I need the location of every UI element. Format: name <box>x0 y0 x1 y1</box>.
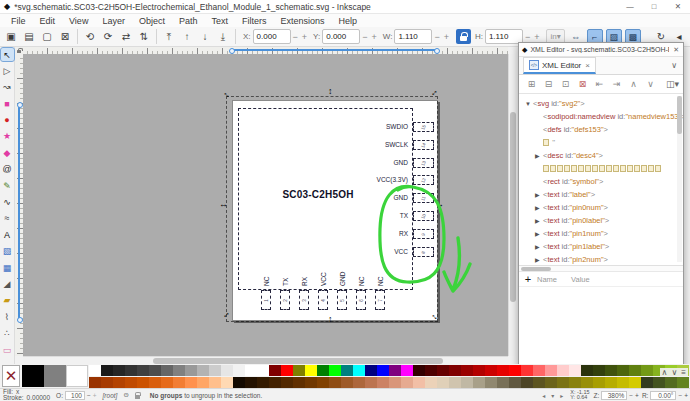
palette-swatch[interactable] <box>269 365 281 376</box>
palette-swatch[interactable] <box>353 377 365 388</box>
text-node-icon[interactable] <box>627 165 633 172</box>
palette-swatch[interactable] <box>305 365 317 376</box>
layer-visibility-icon[interactable]: ⊙ <box>123 391 128 399</box>
maximize-button[interactable]: □ <box>642 0 666 14</box>
layer-lock-icon[interactable] <box>135 392 140 399</box>
pin-stub-bottom[interactable]: 1 <box>261 290 271 310</box>
spiral-tool-icon[interactable]: @ <box>1 163 14 176</box>
add-attribute-button[interactable]: + <box>519 273 537 285</box>
text-node-icon[interactable] <box>648 165 654 172</box>
palette-swatch[interactable] <box>281 365 293 376</box>
canvas[interactable]: SC03-C2H5OH 15SWDIO14SWCLK13GND12VCC(3.3… <box>23 54 508 356</box>
calligraphy-tool-icon[interactable]: ≈ <box>1 212 14 225</box>
xml-panel-titlebar[interactable]: ◆ XML Editor - svg.schematic.SC03-C2H5OH… <box>519 43 683 57</box>
y-spin-minus-icon[interactable]: − <box>360 32 369 42</box>
palette-swatch[interactable] <box>593 365 605 376</box>
pen-tool-icon[interactable]: ∿ <box>1 196 14 209</box>
palette-swatch[interactable] <box>449 365 461 376</box>
palette-swatch[interactable] <box>437 365 449 376</box>
palette-swatch[interactable] <box>365 365 377 376</box>
w-spin-plus-icon[interactable]: + <box>442 32 451 42</box>
close-button[interactable]: ✕ <box>666 0 690 14</box>
palette-swatch[interactable] <box>425 377 437 388</box>
palette-scroll-right-icon[interactable]: ▸ <box>557 393 566 399</box>
select-all-layers-button[interactable]: ▤ <box>20 28 38 45</box>
xml-panel-close-icon[interactable]: ✕ <box>669 46 683 54</box>
palette-swatch[interactable] <box>545 365 557 376</box>
xml-tree-row[interactable]: <defs id:"defs153"> <box>525 123 673 136</box>
palette-swatch[interactable] <box>329 365 341 376</box>
palette-swatch[interactable] <box>113 365 125 376</box>
gradient-tool-icon[interactable]: ▧ <box>1 245 14 258</box>
text-node-icon[interactable] <box>550 165 556 172</box>
rectangle-tool-icon[interactable]: ■ <box>1 97 14 110</box>
indent-node-button[interactable]: ⇥ <box>608 77 625 92</box>
menu-help[interactable]: Help <box>331 16 364 26</box>
palette-swatch[interactable] <box>101 365 113 376</box>
xml-tree-row[interactable]: <sodipodi:namedview id:"namedview153"> <box>525 110 673 123</box>
menu-edit[interactable]: Edit <box>33 16 63 26</box>
lower-to-bottom-button[interactable]: ⤓ <box>214 28 232 45</box>
fill-stroke-indicator[interactable]: Fill:x Stroke:0.00000 <box>3 389 50 401</box>
text-tool-icon[interactable]: A <box>1 228 14 241</box>
box3d-tool-icon[interactable]: ◆ <box>1 146 14 159</box>
palette-swatch[interactable] <box>389 365 401 376</box>
rotation-minus-icon[interactable]: − <box>678 392 682 399</box>
palette-swatch[interactable] <box>365 377 377 388</box>
new-element-node-button[interactable]: ⊞ <box>523 77 540 92</box>
star-tool-icon[interactable]: ★ <box>1 130 14 143</box>
palette-swatch[interactable] <box>533 377 545 388</box>
tree-expander-icon[interactable]: ▼ <box>525 98 533 111</box>
palette-swatch[interactable] <box>149 377 161 388</box>
palette-swatch[interactable] <box>185 365 197 376</box>
pin-stub-right[interactable]: 15 <box>413 122 434 132</box>
menu-filters[interactable]: Filters <box>235 16 274 26</box>
palette-swatch[interactable] <box>461 377 473 388</box>
palette-swatch[interactable] <box>677 377 689 388</box>
tree-scrollbar[interactable] <box>677 96 682 262</box>
flip-vertical-button[interactable]: ⇅ <box>135 28 153 45</box>
raise-to-top-button[interactable]: ⤒ <box>160 28 178 45</box>
palette-swatch[interactable] <box>521 365 533 376</box>
node-tool-icon[interactable]: ▷ <box>1 64 14 77</box>
lock-ratio-button[interactable] <box>456 29 471 44</box>
palette-scroll-left-icon[interactable]: ◂ <box>539 393 548 399</box>
palette-swatch[interactable] <box>641 377 653 388</box>
text-node-icon[interactable] <box>564 165 570 172</box>
xml-tree-row[interactable]: ▶<text id:"pin1num"> <box>525 227 673 240</box>
palette-swatch[interactable] <box>137 377 149 388</box>
palette-swatch[interactable] <box>44 365 66 387</box>
spray-tool-icon[interactable]: ∴ <box>1 327 14 340</box>
canvas-horizontal-scrollbar[interactable] <box>23 356 508 364</box>
dropper-tool-icon[interactable]: ◢ <box>1 277 14 290</box>
xml-tree-row[interactable]: " <box>525 136 673 149</box>
palette-swatch[interactable] <box>533 365 545 376</box>
pin-stub-bottom[interactable]: 4 <box>318 290 328 310</box>
duplicate-node-button[interactable]: ⊡ <box>557 77 574 92</box>
palette-swatch[interactable] <box>293 377 305 388</box>
canvas-vertical-scrollbar[interactable] <box>508 54 516 356</box>
y-input[interactable]: 0.000 <box>322 29 360 44</box>
palette-swatch[interactable] <box>89 377 101 388</box>
rotate-cw-button[interactable]: ⟳ <box>99 28 117 45</box>
palette-swatch[interactable] <box>173 365 185 376</box>
palette-swatch[interactable] <box>341 365 353 376</box>
palette-swatch[interactable] <box>245 365 257 376</box>
no-color-swatch[interactable]: ✕ <box>2 365 20 387</box>
vertical-ruler[interactable] <box>15 54 23 356</box>
pin-stub-right[interactable]: 10 <box>413 211 434 221</box>
pin-stub-right[interactable]: 11 <box>413 193 434 203</box>
palette-swatch[interactable] <box>281 377 293 388</box>
menu-layer[interactable]: Layer <box>95 16 132 26</box>
h-spin-minus-icon[interactable]: − <box>523 32 532 42</box>
palette-swatch[interactable] <box>521 377 533 388</box>
palette-swatch[interactable] <box>617 377 629 388</box>
opacity-control[interactable]: O: 100 − + <box>56 391 96 400</box>
palette-swatch[interactable] <box>569 377 581 388</box>
palette-swatch[interactable] <box>137 365 149 376</box>
xml-tree-row[interactable]: ▶<desc id:"desc4"> <box>525 149 673 162</box>
palette-swatch[interactable] <box>401 377 413 388</box>
palette-swatch[interactable] <box>593 377 605 388</box>
move-node-up-button[interactable]: ∧ <box>625 77 642 92</box>
tree-horizontal-scrollbar[interactable] <box>519 266 683 272</box>
